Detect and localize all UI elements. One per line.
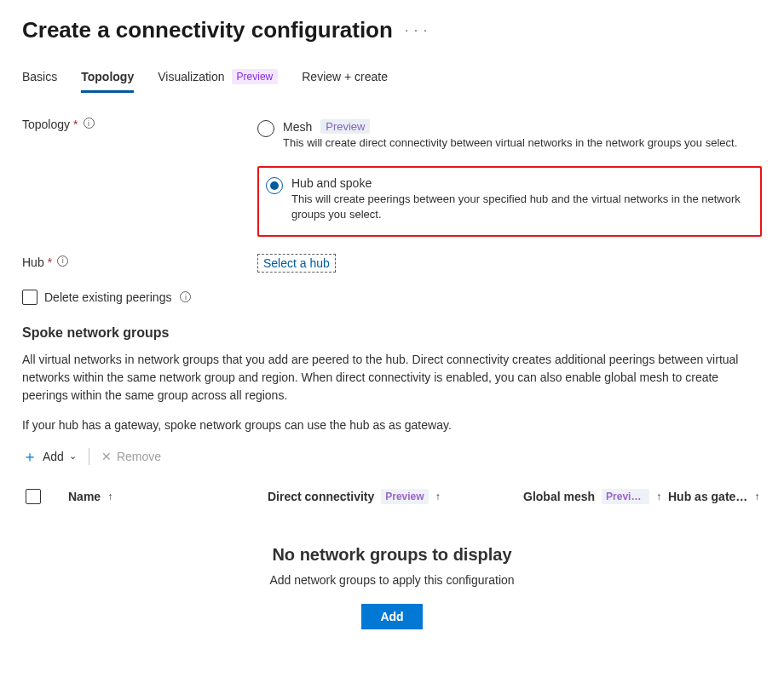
- radio-mesh-title: Mesh: [283, 120, 312, 134]
- tab-visualization-label: Visualization: [158, 70, 224, 83]
- tabs-container: Basics Topology Visualization Preview Re…: [22, 69, 762, 94]
- chevron-down-icon: ⌄: [69, 451, 77, 462]
- preview-badge: Preview: [232, 69, 279, 84]
- tab-basics[interactable]: Basics: [22, 69, 57, 93]
- remove-button: ✕ Remove: [101, 450, 161, 463]
- column-hub-as-gateway[interactable]: Hub as gate… ↑: [668, 490, 762, 503]
- empty-state: No network groups to display Add network…: [22, 511, 762, 646]
- info-icon[interactable]: i: [57, 256, 68, 267]
- preview-badge: Preview: [320, 119, 370, 134]
- column-name[interactable]: Name ↑: [63, 490, 268, 503]
- delete-peerings-checkbox[interactable]: [22, 290, 37, 305]
- topology-field-label: Topology * i: [22, 116, 257, 237]
- x-icon: ✕: [101, 450, 112, 463]
- preview-badge: Preview: [381, 489, 428, 504]
- spoke-paragraph-1: All virtual networks in network groups t…: [22, 351, 762, 405]
- column-global-mesh[interactable]: Global mesh Previe… ↑: [523, 489, 668, 504]
- preview-badge: Previe…: [602, 489, 649, 504]
- required-asterisk: *: [73, 118, 78, 131]
- sort-arrow-icon: ↑: [656, 491, 661, 502]
- add-button[interactable]: ＋ Add ⌄: [22, 446, 77, 467]
- radio-hubspoke-desc: This will create peerings between your s…: [291, 192, 753, 222]
- empty-subtitle: Add network groups to apply this configu…: [22, 573, 762, 587]
- tab-review-create[interactable]: Review + create: [302, 69, 388, 93]
- plus-icon: ＋: [22, 446, 37, 467]
- delete-peerings-label: Delete existing peerings: [44, 290, 171, 304]
- radio-hubspoke-title: Hub and spoke: [291, 176, 372, 190]
- empty-add-button[interactable]: Add: [361, 604, 422, 629]
- sort-arrow-icon: ↑: [435, 491, 441, 502]
- info-icon[interactable]: i: [84, 118, 95, 129]
- table-header: Name ↑ Direct connectivity Preview ↑ Glo…: [22, 482, 762, 511]
- spoke-paragraph-2: If your hub has a gateway, spoke network…: [22, 416, 762, 434]
- radio-option-mesh[interactable]: Mesh Preview This will create direct con…: [257, 116, 762, 154]
- add-label: Add: [43, 450, 64, 463]
- page-title: Create a connectivity configuration: [22, 17, 393, 43]
- radio-selected-dot: [270, 181, 279, 190]
- info-icon[interactable]: i: [180, 291, 191, 302]
- tab-visualization[interactable]: Visualization Preview: [158, 69, 278, 93]
- radio-mesh-desc: This will create direct connectivity bet…: [283, 135, 762, 151]
- more-actions-icon[interactable]: · · ·: [405, 23, 428, 38]
- toolbar-divider: [89, 448, 89, 465]
- spoke-heading: Spoke network groups: [22, 325, 762, 341]
- required-asterisk: *: [48, 256, 52, 269]
- hub-field-label: Hub * i: [22, 254, 257, 273]
- hubspoke-highlight: Hub and spoke This will create peerings …: [257, 166, 762, 236]
- sort-arrow-icon: ↑: [754, 491, 759, 502]
- radio-hubspoke[interactable]: [266, 177, 283, 194]
- radio-mesh[interactable]: [257, 120, 274, 137]
- column-direct-connectivity[interactable]: Direct connectivity Preview ↑: [268, 489, 523, 504]
- select-all-checkbox[interactable]: [26, 489, 41, 504]
- tab-topology[interactable]: Topology: [81, 69, 134, 93]
- empty-title: No network groups to display: [22, 545, 762, 565]
- sort-arrow-icon: ↑: [107, 491, 112, 502]
- remove-label: Remove: [117, 450, 161, 463]
- radio-option-hubspoke[interactable]: Hub and spoke This will create peerings …: [266, 173, 753, 226]
- select-hub-link[interactable]: Select a hub: [257, 254, 336, 273]
